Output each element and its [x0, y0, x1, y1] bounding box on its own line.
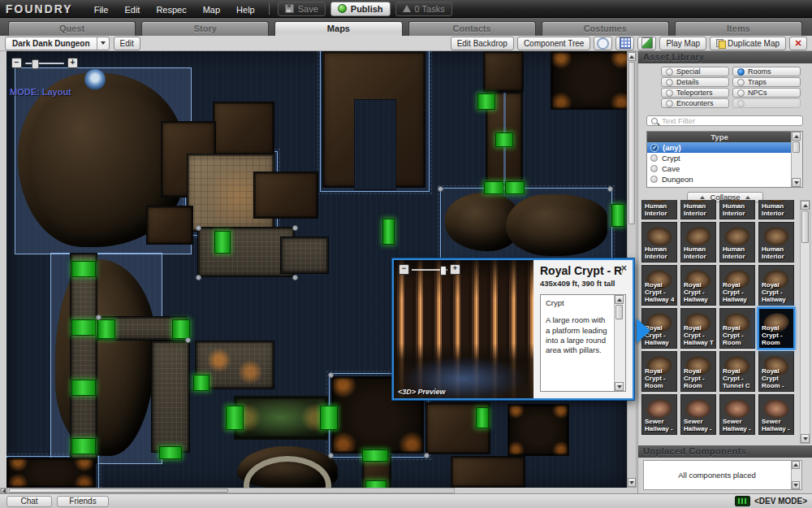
asset-grid-scrollbar[interactable] [800, 200, 810, 444]
map-hallway[interactable] [234, 396, 328, 440]
asset-cell[interactable]: Human Interior [641, 200, 677, 219]
play-map-button[interactable]: Play Map [659, 37, 706, 50]
category-encounters[interactable]: Encounters [661, 98, 729, 108]
map-room-blob[interactable] [506, 194, 607, 256]
type-list-scrollbar[interactable] [791, 132, 802, 187]
asset-cell[interactable]: Royal Crypt - Room [719, 308, 755, 349]
map-connector-node[interactable] [97, 319, 115, 339]
asset-cell[interactable]: Royal Crypt - Hallway 4 [641, 265, 677, 306]
asset-cell[interactable]: Royal Crypt - Tunnel C [719, 351, 755, 392]
scrollbar-thumb[interactable] [615, 305, 623, 319]
type-item-dungeon[interactable]: Dungeon [647, 174, 792, 185]
map-connector-node[interactable] [71, 438, 96, 454]
map-connector-node[interactable] [484, 181, 503, 194]
menu-file[interactable]: File [94, 5, 109, 15]
tab-story[interactable]: Story [141, 21, 269, 36]
map-room[interactable] [146, 206, 193, 245]
map-connector-node[interactable] [362, 449, 388, 462]
zoom-slider[interactable] [412, 269, 447, 271]
map-connector-node[interactable] [505, 181, 525, 194]
asset-cell[interactable]: Human Interior [719, 200, 755, 219]
scroll-up-icon[interactable] [628, 52, 636, 61]
map-room[interactable] [451, 456, 525, 488]
save-button[interactable]: Save [278, 2, 326, 16]
type-item-crypt[interactable]: Crypt [647, 153, 792, 163]
menu-edit[interactable]: Edit [124, 5, 140, 15]
map-corridor[interactable] [70, 253, 97, 464]
category-npcs[interactable]: NPCs [732, 88, 801, 98]
map-connector-node[interactable] [365, 480, 387, 488]
map-room[interactable] [551, 51, 627, 110]
asset-cell[interactable]: Royal Crypt - Hallway [719, 265, 755, 306]
scroll-up-icon[interactable] [615, 295, 624, 304]
map-room[interactable] [483, 51, 524, 92]
map-select-dropdown[interactable]: Dark Dank Dungeon [5, 37, 110, 50]
tab-quest[interactable]: Quest [8, 21, 136, 36]
close-map-button[interactable]: ✕ [789, 37, 807, 50]
map-connector-node[interactable] [71, 261, 96, 277]
scrollbar-thumb[interactable] [793, 141, 800, 153]
friends-tab[interactable]: Friends [57, 496, 109, 507]
zoom-slider-handle[interactable] [32, 59, 39, 69]
scroll-up-icon[interactable] [792, 461, 800, 469]
category-teleporters[interactable]: Teleporters [661, 88, 729, 98]
category-rooms[interactable]: Rooms [732, 67, 801, 76]
map-room[interactable] [253, 172, 318, 219]
description-scrollbar[interactable] [614, 295, 625, 391]
map-connector-node[interactable] [226, 406, 244, 430]
tab-maps[interactable]: Maps [274, 21, 402, 36]
map-connector-node[interactable] [382, 219, 395, 245]
asset-cell[interactable]: Royal Crypt - Room [641, 351, 677, 392]
unplaced-scrollbar[interactable] [791, 461, 801, 489]
map-connector-node[interactable] [477, 93, 495, 110]
asset-3d-preview[interactable]: − + <3D> Preview [394, 260, 533, 398]
asset-cell[interactable]: Sewer Hallway - [641, 394, 677, 435]
duplicate-map-button[interactable]: Duplicate Map [710, 37, 786, 50]
tasks-button[interactable]: 0 Tasks [395, 2, 452, 16]
map-room[interactable] [6, 458, 96, 488]
tab-contacts[interactable]: Contacts [408, 21, 536, 36]
asset-cell[interactable]: Royal Crypt - Hallway T [680, 308, 716, 349]
map-connector-node[interactable] [193, 375, 209, 391]
dev-mode-button[interactable]: <DEV MODE> [735, 496, 807, 506]
map-room-u-shape[interactable] [322, 51, 425, 188]
type-item-cave[interactable]: Cave [647, 163, 792, 174]
scrollbar-thumb[interactable] [9, 488, 228, 493]
asset-cell[interactable]: Royal Crypt - Room [680, 351, 716, 392]
map-zoom-control[interactable]: − + [11, 58, 78, 68]
category-details[interactable]: Details [661, 77, 729, 87]
map-room[interactable] [508, 404, 569, 456]
map-connector-node[interactable] [71, 319, 96, 336]
map-connector-node[interactable] [214, 231, 231, 254]
map-connector-node[interactable] [172, 319, 190, 339]
menu-respec[interactable]: Respec [156, 5, 186, 15]
zoom-slider-handle[interactable] [440, 266, 447, 276]
map-connector-node[interactable] [71, 380, 96, 396]
zoom-in-icon[interactable]: + [67, 58, 78, 68]
tab-costumes[interactable]: Costumes [542, 21, 669, 36]
preview-zoom-control[interactable]: − + [399, 264, 460, 275]
scrollbar-thumb[interactable] [801, 211, 809, 243]
zoom-in-icon[interactable]: + [450, 264, 460, 275]
type-item-any[interactable]: ✓(any) [647, 142, 792, 153]
map-corridor[interactable] [280, 237, 329, 274]
scroll-down-icon[interactable] [792, 481, 800, 489]
scrollbar-thumb[interactable] [628, 62, 635, 224]
map-room[interactable] [213, 102, 274, 155]
map-corridor[interactable] [151, 341, 190, 453]
scroll-up-icon[interactable] [801, 201, 810, 210]
asset-cell[interactable]: Human Interior [758, 222, 794, 263]
asset-cell[interactable]: Human Interior [680, 200, 716, 219]
asset-cell[interactable]: Human Interior [680, 222, 716, 263]
map-connector-node[interactable] [611, 204, 624, 227]
map-connector-node[interactable] [476, 407, 489, 428]
scroll-down-icon[interactable] [615, 382, 624, 391]
map-connector-node[interactable] [159, 446, 182, 459]
scroll-down-icon[interactable] [628, 478, 636, 487]
edit-map-button[interactable]: Edit [114, 37, 140, 50]
menu-map[interactable]: Map [203, 5, 220, 15]
menu-help[interactable]: Help [236, 5, 255, 15]
asset-cell[interactable]: Human Interior [719, 222, 755, 263]
circle-select-button[interactable] [594, 37, 612, 50]
asset-cell[interactable]: Royal Crypt Room - [758, 351, 794, 392]
